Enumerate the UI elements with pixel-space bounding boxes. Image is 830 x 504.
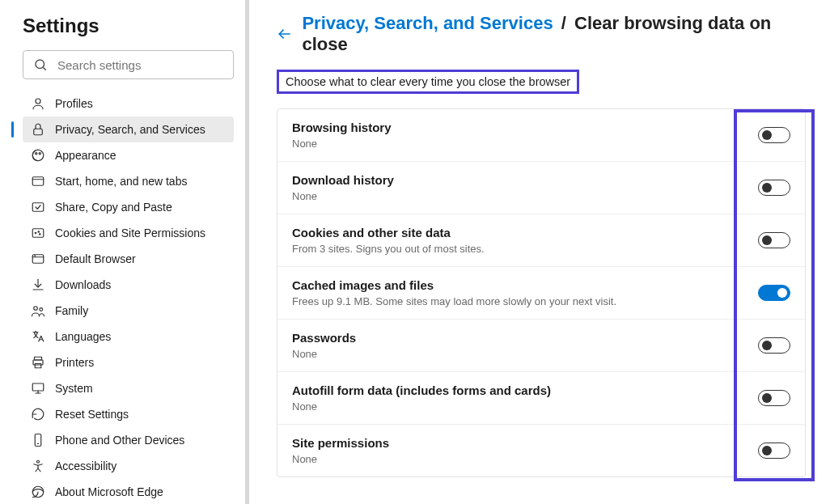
option-toggle[interactable] <box>758 127 790 143</box>
sidebar-item[interactable]: Cookies and Site Permissions <box>23 220 234 246</box>
svg-point-6 <box>39 153 40 155</box>
sidebar-item[interactable]: Phone and Other Devices <box>23 427 234 453</box>
svg-rect-10 <box>32 229 44 238</box>
option-toggle[interactable] <box>758 443 790 459</box>
appearance-icon <box>31 148 45 163</box>
svg-rect-3 <box>34 129 43 135</box>
system-icon <box>31 381 45 396</box>
svg-point-28 <box>37 460 40 463</box>
option-toggle[interactable] <box>758 390 790 406</box>
cookies-icon <box>31 226 45 240</box>
breadcrumb-link[interactable]: Privacy, Search, and Services <box>302 13 553 33</box>
option-title: Cookies and other site data <box>292 226 485 239</box>
search-input[interactable] <box>57 58 223 72</box>
reset-icon <box>31 407 45 421</box>
option-toggle[interactable] <box>758 285 790 301</box>
option-text: Cached images and filesFrees up 9.1 MB. … <box>292 278 616 307</box>
svg-rect-22 <box>35 364 41 368</box>
svg-rect-14 <box>32 255 44 264</box>
option-text: Download historyNone <box>292 173 394 202</box>
printer-icon <box>31 355 45 370</box>
search-icon <box>33 57 48 72</box>
option-title: Autofill form data (includes forms and c… <box>292 383 551 397</box>
sidebar-item-label: Accessibility <box>55 460 116 472</box>
sidebar-item-label: About Microsoft Edge <box>55 485 163 498</box>
option-desc: None <box>292 348 356 360</box>
sidebar-item[interactable]: Family <box>23 298 234 324</box>
option-desc: None <box>292 453 389 465</box>
option-text: Site permissionsNone <box>292 436 389 465</box>
sidebar-item[interactable]: Reset Settings <box>23 401 234 427</box>
sidebar-item[interactable]: Languages <box>23 324 234 349</box>
option-toggle[interactable] <box>758 232 790 248</box>
tabs-icon <box>31 174 45 188</box>
sidebar-item[interactable]: Default Browser <box>23 246 234 272</box>
subtitle-highlighted: Choose what to clear every time you clos… <box>277 70 579 94</box>
page-header: Privacy, Search, and Services / Clear br… <box>277 13 806 55</box>
option-row: Cached images and filesFrees up 9.1 MB. … <box>277 267 805 320</box>
svg-point-0 <box>36 60 44 69</box>
toggle-knob <box>762 235 772 245</box>
svg-rect-9 <box>32 203 44 212</box>
sidebar-item-label: Reset Settings <box>55 408 129 421</box>
svg-point-2 <box>36 99 40 104</box>
toggle-knob <box>762 183 772 193</box>
sidebar-item[interactable]: Appearance <box>23 142 234 168</box>
lock-icon <box>31 122 45 137</box>
sidebar-item[interactable]: Start, home, and new tabs <box>23 168 234 194</box>
svg-line-1 <box>43 67 45 70</box>
phone-icon <box>31 433 45 447</box>
option-text: Browsing historyNone <box>292 121 392 150</box>
svg-point-19 <box>40 308 43 311</box>
option-toggle[interactable] <box>758 337 790 354</box>
toggle-knob <box>762 341 772 350</box>
option-title: Browsing history <box>292 121 392 134</box>
sidebar-item[interactable]: Profiles <box>23 91 234 116</box>
svg-point-13 <box>40 234 41 235</box>
sidebar-item-label: Printers <box>55 356 94 369</box>
option-row: PasswordsNone <box>277 320 805 372</box>
svg-point-11 <box>35 232 36 234</box>
sidebar-item-label: Start, home, and new tabs <box>55 175 187 188</box>
option-text: Cookies and other site dataFrom 3 sites.… <box>292 226 485 255</box>
sidebar-item[interactable]: Share, Copy and Paste <box>23 194 234 220</box>
sidebar-item[interactable]: Downloads <box>23 272 234 298</box>
sidebar-item-label: Phone and Other Devices <box>55 434 184 447</box>
sidebar-item-label: Appearance <box>55 149 116 162</box>
back-icon[interactable] <box>277 26 292 42</box>
option-row: Browsing historyNone <box>277 109 805 162</box>
option-desc: None <box>292 190 394 202</box>
option-title: Cached images and files <box>292 278 616 292</box>
option-toggle[interactable] <box>758 180 790 196</box>
svg-rect-23 <box>32 383 44 391</box>
search-box[interactable] <box>23 50 234 79</box>
option-text: Autofill form data (includes forms and c… <box>292 383 551 413</box>
svg-point-18 <box>34 307 38 311</box>
option-title: Site permissions <box>292 436 389 450</box>
sidebar-item[interactable]: Printers <box>23 349 234 375</box>
option-desc: Frees up 9.1 MB. Some sites may load mor… <box>292 295 616 307</box>
sidebar: Settings ProfilesPrivacy, Search, and Se… <box>0 0 249 504</box>
sidebar-item[interactable]: Accessibility <box>23 453 234 479</box>
option-desc: None <box>292 400 551 413</box>
sidebar-item-label: Family <box>55 304 88 317</box>
option-title: Passwords <box>292 331 356 345</box>
sidebar-item-label: Default Browser <box>55 252 136 265</box>
browser-icon <box>31 252 45 266</box>
toggle-knob <box>777 288 787 298</box>
option-title: Download history <box>292 173 394 187</box>
family-icon <box>31 303 45 318</box>
option-row: Download historyNone <box>277 162 805 214</box>
sidebar-item-label: Profiles <box>55 97 93 110</box>
sidebar-item[interactable]: About Microsoft Edge <box>23 479 234 504</box>
sidebar-item[interactable]: System <box>23 375 234 401</box>
toggle-knob <box>762 446 772 455</box>
option-row: Site permissionsNone <box>277 425 805 476</box>
sidebar-item[interactable]: Privacy, Search, and Services <box>23 116 234 142</box>
option-row: Autofill form data (includes forms and c… <box>277 372 805 425</box>
breadcrumb-separator: / <box>561 13 566 33</box>
accessibility-icon <box>31 459 45 473</box>
option-desc: From 3 sites. Signs you out of most site… <box>292 243 485 255</box>
share-icon <box>31 200 45 214</box>
svg-rect-7 <box>32 177 44 186</box>
